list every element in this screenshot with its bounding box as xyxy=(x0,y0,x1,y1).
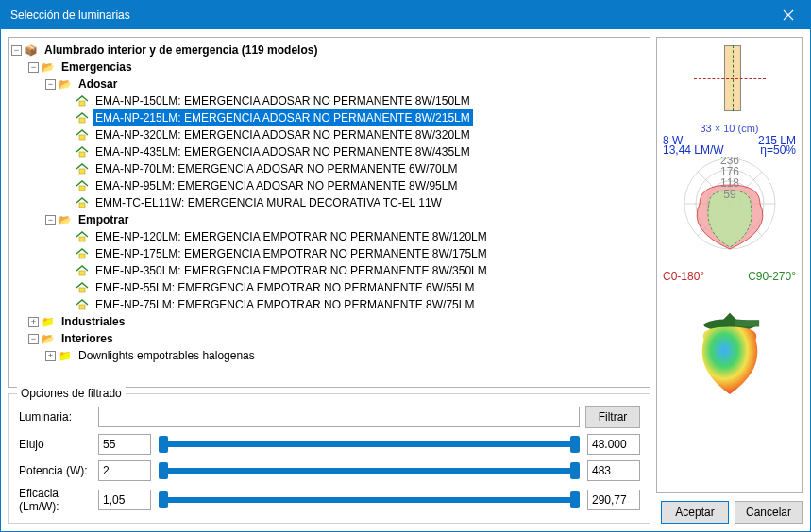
close-icon xyxy=(783,9,794,21)
window-title: Selección de luminarias xyxy=(10,8,767,22)
tree-node[interactable]: EME-NP-75LM: EMERGENCIA EMPOTRAR NO PERM… xyxy=(11,296,648,313)
tree-node[interactable]: +Industriales xyxy=(11,313,648,330)
tree-node[interactable]: EME-NP-175LM: EMERGENCIA EMPOTRAR NO PER… xyxy=(11,245,648,262)
tree-toggle[interactable]: + xyxy=(28,317,39,327)
tree-node[interactable]: −Empotrar xyxy=(11,211,648,228)
folder-icon xyxy=(41,315,56,328)
tree-node-label: Empotrar xyxy=(76,211,131,228)
eficacia-slider[interactable] xyxy=(159,490,580,509)
luminaire-icon xyxy=(75,162,90,175)
tree-toggle[interactable]: + xyxy=(45,351,56,361)
svg-rect-9 xyxy=(79,271,85,275)
filter-options-group: Opciones de filtrado Luminaria: Filtrar … xyxy=(8,393,650,524)
tree-node[interactable]: −Adosar xyxy=(11,75,648,92)
svg-text:59: 59 xyxy=(723,188,736,201)
luminaire-icon xyxy=(75,145,90,158)
dialog-button-row: Aceptar Cancelar xyxy=(656,497,803,524)
folder-open-icon xyxy=(58,77,73,91)
potencia-label: Potencia (W): xyxy=(19,464,93,477)
tree-toggle[interactable]: − xyxy=(28,334,39,344)
flujo-max-input[interactable] xyxy=(587,434,640,455)
accept-button[interactable]: Aceptar xyxy=(661,501,729,524)
tree-node[interactable]: EMA-NP-95LM: EMERGENCIA ADOSAR NO PERMAN… xyxy=(11,177,648,194)
c90-label: C90-270° xyxy=(748,270,796,283)
filter-button[interactable]: Filtrar xyxy=(585,406,640,428)
tree-node[interactable]: EME-NP-55LM: EMERGENCIA EMPOTRAR NO PERM… xyxy=(11,279,648,296)
tree-node-label: Adosar xyxy=(76,75,120,92)
svg-rect-0 xyxy=(79,101,85,106)
tree-node-label: EMA-NP-150LM: EMERGENCIA ADOSAR NO PERMA… xyxy=(93,92,473,109)
svg-rect-7 xyxy=(79,237,85,241)
dialog-content: −Alumbrado interior y de emergencia (119… xyxy=(1,29,810,531)
svg-rect-8 xyxy=(79,254,85,258)
tree-node[interactable]: EMA-NP-320LM: EMERGENCIA ADOSAR NO PERMA… xyxy=(11,126,648,143)
luminaire-icon xyxy=(75,94,90,108)
tree-node-label: EMA-NP-95LM: EMERGENCIA ADOSAR NO PERMAN… xyxy=(93,177,460,194)
tree-node[interactable]: EMM-TC-EL11W: EMERGENCIA MURAL DECORATIV… xyxy=(11,194,648,211)
flujo-min-input[interactable] xyxy=(98,434,151,455)
eficacia-max-input[interactable] xyxy=(587,490,640,510)
spec-row: 8 W 13,44 LM/W 215 LM η=50% xyxy=(661,134,798,155)
tree-node[interactable]: EMA-NP-435LM: EMERGENCIA ADOSAR NO PERMA… xyxy=(11,143,648,160)
tree-toggle[interactable]: − xyxy=(11,45,22,56)
tree-node-label: EME-NP-55LM: EMERGENCIA EMPOTRAR NO PERM… xyxy=(93,279,477,296)
potencia-max-input[interactable] xyxy=(587,460,640,481)
tree-node[interactable]: −Interiores xyxy=(11,330,648,347)
tree-node[interactable]: EMA-NP-150LM: EMERGENCIA ADOSAR NO PERMA… xyxy=(11,92,648,109)
dimension-text: 33 × 10 (cm) xyxy=(700,123,758,134)
tree-node-label: EME-NP-175LM: EMERGENCIA EMPOTRAR NO PER… xyxy=(93,245,490,262)
svg-rect-4 xyxy=(79,169,85,174)
luminaire-tree[interactable]: −Alumbrado interior y de emergencia (119… xyxy=(8,37,650,388)
potencia-slider[interactable] xyxy=(159,461,580,480)
tree-node[interactable]: −Emergencias xyxy=(11,58,648,75)
luminaire-3d-render xyxy=(664,289,796,416)
tree-node-label: EMA-NP-70LM: EMERGENCIA ADOSAR NO PERMAN… xyxy=(93,160,460,177)
cancel-button[interactable]: Cancelar xyxy=(735,501,803,524)
tree-node[interactable]: EMA-NP-215LM: EMERGENCIA ADOSAR NO PERMA… xyxy=(11,109,648,126)
tree-node[interactable]: EME-NP-350LM: EMERGENCIA EMPOTRAR NO PER… xyxy=(11,262,648,279)
luminaire-icon xyxy=(75,264,90,277)
tree-node-label: EMA-NP-320LM: EMERGENCIA ADOSAR NO PERMA… xyxy=(93,126,473,143)
row-flujo: Elujo xyxy=(19,434,640,455)
tree-node-label: EMM-TC-EL11W: EMERGENCIA MURAL DECORATIV… xyxy=(93,194,445,211)
luminaire-icon xyxy=(75,247,90,260)
folder-open-icon xyxy=(41,332,56,345)
tree-toggle[interactable]: − xyxy=(28,62,39,73)
tree-node-label: Emergencias xyxy=(59,58,135,75)
tree-toggle[interactable]: − xyxy=(45,215,56,225)
luminaire-icon xyxy=(75,298,90,311)
tree-node-label: EME-NP-120LM: EMERGENCIA EMPOTRAR NO PER… xyxy=(93,228,490,245)
row-luminaria: Luminaria: Filtrar xyxy=(19,406,640,428)
luminaire-icon xyxy=(75,196,90,209)
luminaire-icon xyxy=(75,128,90,141)
flujo-slider[interactable] xyxy=(159,435,580,454)
tree-node[interactable]: EME-NP-120LM: EMERGENCIA EMPOTRAR NO PER… xyxy=(11,228,648,245)
tree-node-label: EMA-NP-215LM: EMERGENCIA ADOSAR NO PERMA… xyxy=(93,109,473,126)
package-icon xyxy=(24,43,39,57)
tree-node-label: Industriales xyxy=(59,313,127,330)
tree-node-label: EME-NP-350LM: EMERGENCIA EMPOTRAR NO PER… xyxy=(93,262,490,279)
polar-diagram: 236 176 118 59 xyxy=(664,157,796,270)
luminaire-icon xyxy=(75,179,90,192)
tree-node-label: Downlights empotrables halogenas xyxy=(76,347,258,364)
luminaire-icon xyxy=(75,230,90,243)
eficacia-min-input[interactable] xyxy=(98,490,151,510)
svg-rect-11 xyxy=(79,305,85,309)
tree-node[interactable]: EMA-NP-70LM: EMERGENCIA ADOSAR NO PERMAN… xyxy=(11,160,648,177)
potencia-min-input[interactable] xyxy=(98,460,151,481)
close-button[interactable] xyxy=(767,1,810,29)
tree-node[interactable]: +Downlights empotrables halogenas xyxy=(11,347,648,364)
luminaria-input[interactable] xyxy=(98,407,580,427)
tree-node[interactable]: −Alumbrado interior y de emergencia (119… xyxy=(11,42,648,58)
svg-rect-1 xyxy=(79,118,85,123)
svg-rect-2 xyxy=(79,135,85,140)
right-column: 33 × 10 (cm) 8 W 13,44 LM/W 215 LM η=50% xyxy=(656,37,803,524)
c0-label: C0-180° xyxy=(663,270,704,283)
left-column: −Alumbrado interior y de emergencia (119… xyxy=(8,37,650,524)
svg-rect-3 xyxy=(79,152,85,157)
spec-lmw: 13,44 LM/W xyxy=(663,145,724,155)
tree-toggle[interactable]: − xyxy=(45,79,56,90)
svg-rect-10 xyxy=(79,288,85,292)
row-potencia: Potencia (W): xyxy=(19,460,640,481)
spec-eta: η=50% xyxy=(758,145,796,155)
